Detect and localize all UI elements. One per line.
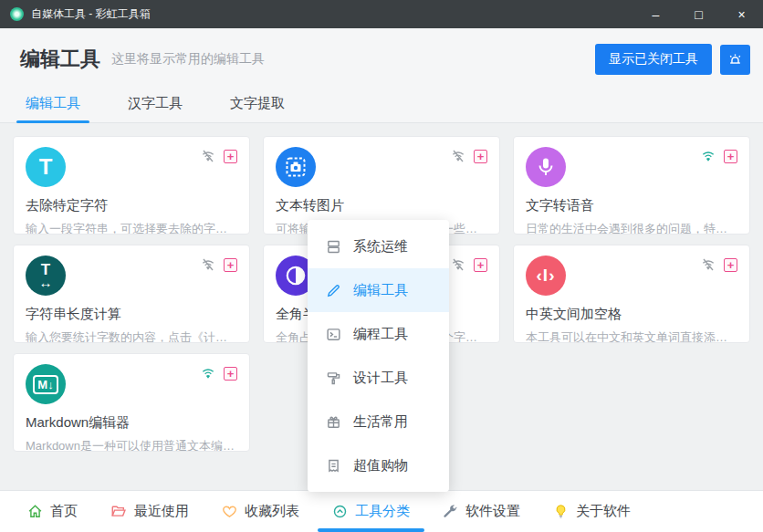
tab-text-extract[interactable]: 文字提取: [221, 87, 294, 122]
siren-icon: [727, 52, 743, 68]
tool-desc: 日常的生活中会遇到很多的问题，特别是…: [526, 221, 737, 235]
bulb-icon: [553, 504, 569, 519]
menu-item-system-ops[interactable]: 系统运维: [308, 224, 449, 268]
add-shortcut-icon[interactable]: +: [724, 150, 737, 163]
add-shortcut-icon[interactable]: +: [474, 150, 487, 163]
home-icon: [27, 504, 43, 519]
tool-desc: Markdown是一种可以使用普通文本编辑…: [26, 438, 237, 452]
tool-title: Markdown编辑器: [26, 414, 237, 432]
menu-item-label: 编程工具: [353, 326, 408, 343]
menu-item-label: 系统运维: [353, 238, 408, 256]
gift-icon: [326, 414, 341, 430]
menu-item-label: 设计工具: [353, 370, 408, 387]
microphone-icon: [526, 147, 566, 187]
tool-desc: 输入一段字符串，可选择要去除的字母、…: [26, 221, 237, 235]
nav-item-about[interactable]: 关于软件: [553, 491, 631, 532]
wifi-off-icon: [201, 149, 215, 163]
letter-t-icon: T: [26, 147, 66, 187]
nav-item-label: 软件设置: [465, 503, 520, 520]
tool-desc: 输入您要统计字数的内容，点击《计算字…: [26, 329, 237, 343]
tool-card-remove-chars[interactable]: + T 去除特定字符 输入一段字符串，可选择要去除的字母、…: [13, 136, 250, 235]
menu-item-label: 生活常用: [353, 413, 408, 431]
add-shortcut-icon[interactable]: +: [724, 258, 737, 272]
tool-card-string-length[interactable]: + T ↔ 字符串长度计算 输入您要统计字数的内容，点击《计算字…: [13, 245, 250, 343]
nav-item-label: 收藏列表: [245, 503, 299, 520]
page-subtitle: 这里将显示常用的编辑工具: [111, 51, 265, 68]
menu-item-programming-tools[interactable]: 编程工具: [308, 312, 449, 356]
receipt-icon: [326, 458, 341, 474]
tool-card-markdown-editor[interactable]: + M↓ Markdown编辑器 Markdown是一种可以使用普通文本编辑…: [13, 353, 250, 452]
nav-item-recent[interactable]: 最近使用: [110, 491, 189, 532]
category-popup-menu: 系统运维 编辑工具 编程工具 设计工具 生活常用: [308, 220, 449, 492]
menu-item-shopping[interactable]: 超值购物: [308, 443, 449, 487]
terminal-icon: [326, 327, 341, 342]
app-logo-icon: [10, 7, 24, 21]
tool-desc: 本工具可以在中文和英文单词直接添加空…: [526, 329, 737, 343]
menu-item-edit-tools[interactable]: 编辑工具: [308, 268, 449, 312]
nav-item-settings[interactable]: 软件设置: [443, 491, 520, 532]
wifi-on-icon: [201, 366, 215, 381]
titlebar: 自媒体工具 - 彩虹工具箱 – □ ×: [0, 0, 763, 28]
tab-hanzi-tools[interactable]: 汉字工具: [119, 87, 192, 122]
tool-title: 文字转语音: [526, 197, 737, 214]
page-title: 编辑工具: [20, 46, 100, 73]
add-shortcut-icon[interactable]: +: [224, 150, 237, 163]
siren-icon-button[interactable]: [720, 45, 750, 75]
header: 编辑工具 这里将显示常用的编辑工具 显示已关闭工具 编辑工具 汉字工具 文字提取: [0, 28, 763, 123]
maximize-button[interactable]: □: [677, 0, 720, 28]
add-shortcut-icon[interactable]: +: [224, 258, 237, 272]
menu-item-design-tools[interactable]: 设计工具: [308, 356, 449, 400]
window-controls: – □ ×: [634, 0, 763, 28]
minimize-button[interactable]: –: [634, 0, 677, 28]
tool-title: 字符串长度计算: [26, 306, 237, 323]
add-shortcut-icon[interactable]: +: [224, 367, 237, 381]
text-width-icon: T ↔: [26, 256, 66, 296]
add-shortcut-icon[interactable]: +: [474, 258, 487, 272]
wifi-off-icon: [201, 257, 215, 272]
wifi-on-icon: [701, 149, 716, 163]
tool-title: 文本转图片: [276, 197, 487, 214]
menu-item-label: 超值购物: [353, 457, 408, 475]
pencil-icon: [326, 283, 341, 298]
text-cursor-icon: ‹I›: [526, 256, 566, 296]
menu-item-daily-life[interactable]: 生活常用: [308, 400, 449, 443]
wifi-off-icon: [451, 149, 465, 163]
tool-title: 中英文间加空格: [526, 306, 737, 323]
nav-item-label: 最近使用: [134, 503, 189, 520]
wifi-off-icon: [451, 257, 465, 272]
circle-up-icon: [332, 504, 348, 519]
tool-card-text-to-speech[interactable]: + 文字转语音 日常的生活中会遇到很多的问题，特别是…: [513, 136, 750, 235]
bottom-nav: 首页 最近使用 收藏列表 工具分类 软件设置: [0, 490, 763, 532]
heart-icon: [222, 504, 237, 519]
tool-title: 去除特定字符: [26, 197, 237, 214]
show-closed-tools-button[interactable]: 显示已关闭工具: [595, 44, 712, 75]
tool-card-add-space[interactable]: + ‹I› 中英文间加空格 本工具可以在中文和英文单词直接添加空…: [513, 245, 750, 343]
server-icon: [326, 239, 341, 255]
nav-item-label: 关于软件: [576, 503, 631, 520]
tab-edit-tools[interactable]: 编辑工具: [16, 87, 89, 122]
nav-item-label: 首页: [50, 503, 78, 520]
folder-open-icon: [110, 504, 127, 519]
paint-roller-icon: [326, 370, 341, 386]
close-button[interactable]: ×: [720, 0, 763, 28]
window-title: 自媒体工具 - 彩虹工具箱: [31, 6, 151, 22]
text-to-image-icon: [276, 147, 316, 187]
app-window: 自媒体工具 - 彩虹工具箱 – □ × 编辑工具 这里将显示常用的编辑工具 显示…: [0, 0, 763, 532]
nav-item-tool-categories[interactable]: 工具分类: [332, 491, 410, 532]
nav-item-label: 工具分类: [355, 503, 410, 520]
nav-item-home[interactable]: 首页: [27, 491, 78, 532]
markdown-icon: M↓: [26, 364, 66, 404]
wrench-icon: [443, 504, 458, 519]
menu-item-label: 编辑工具: [353, 282, 408, 299]
tab-bar: 编辑工具 汉字工具 文字提取: [0, 87, 763, 122]
wifi-off-icon: [701, 257, 716, 272]
nav-item-favorites[interactable]: 收藏列表: [222, 491, 299, 532]
